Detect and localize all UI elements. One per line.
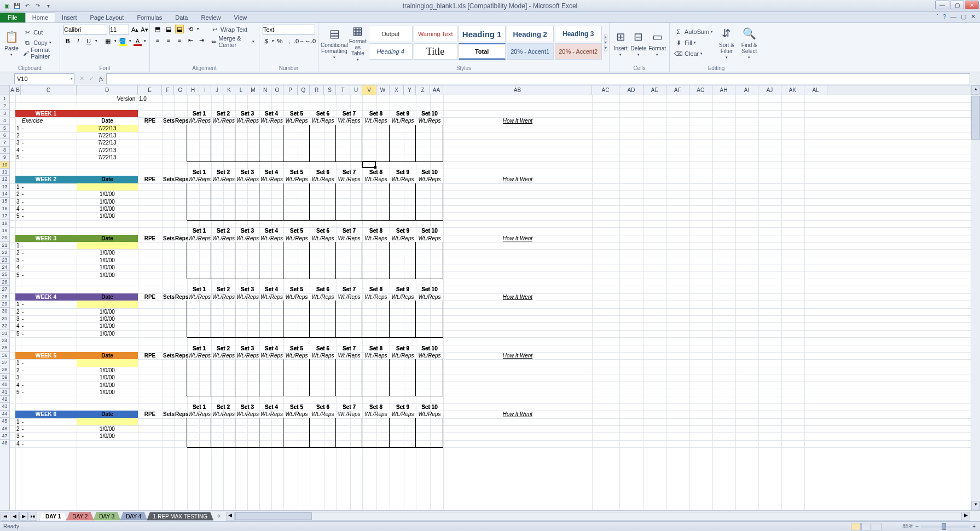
cell-C8[interactable]: - (21, 147, 77, 154)
cell-B24[interactable]: 4 (15, 264, 21, 271)
insert-cells-button[interactable]: ⊞Insert▾ (613, 25, 628, 61)
percent-icon[interactable]: % (276, 37, 283, 45)
tab-insert[interactable]: Insert (55, 13, 84, 22)
cell-N12[interactable]: Wt./Reps (259, 176, 283, 183)
row-header-9[interactable]: 9 (0, 154, 9, 161)
col-header-AE[interactable]: AE (643, 85, 666, 95)
cell-T43[interactable]: Set 7 (336, 403, 362, 411)
cell-AB12[interactable]: How It Went (443, 176, 592, 183)
cell-B5[interactable]: 1 (15, 125, 21, 132)
cell-AB44[interactable]: How It Went (443, 411, 592, 418)
cell-AB20[interactable]: How It Went (443, 235, 592, 242)
cell-B46[interactable]: 2 (15, 425, 21, 432)
cell-B20[interactable]: WEEK 3 (15, 235, 77, 242)
cell-C32[interactable]: - (21, 322, 77, 330)
cell-D33[interactable]: 1/0/00 (77, 330, 138, 337)
cell-D29[interactable] (77, 301, 138, 308)
col-header-O[interactable]: O (271, 85, 283, 95)
cell-X36[interactable]: Wt./Reps (390, 352, 416, 359)
row-header-33[interactable]: 33 (0, 330, 9, 337)
col-header-P[interactable]: P (283, 85, 298, 95)
view-page-break-button[interactable] (872, 523, 882, 530)
cell-P4[interactable]: Wt./Reps (283, 117, 310, 124)
row-header-14[interactable]: 14 (0, 191, 9, 198)
cell-D41[interactable]: 1/0/00 (77, 389, 138, 396)
cell-C17[interactable]: - (21, 212, 77, 220)
increase-indent-icon[interactable]: ⇥ (197, 36, 206, 44)
style-heading1[interactable]: Heading 1 (459, 26, 506, 42)
cell-C33[interactable]: - (21, 330, 77, 337)
cell-J35[interactable]: Set 2 (211, 345, 235, 352)
cell-C21[interactable]: - (21, 242, 77, 249)
cell-C7[interactable]: - (21, 139, 77, 146)
col-header-A[interactable]: A (10, 85, 15, 95)
scroll-up-icon[interactable]: ▴ (971, 85, 980, 95)
cell-E12[interactable]: RPE (138, 176, 162, 183)
cell-B44[interactable]: WEEK 6 (15, 411, 77, 418)
cell-F4[interactable]: Sets (162, 117, 174, 124)
cell-D48[interactable] (77, 440, 138, 447)
cell-D12[interactable]: Date (77, 176, 138, 183)
cell-N4[interactable]: Wt./Reps (259, 117, 283, 124)
tab-nav-first[interactable]: ⏮ (1, 512, 9, 521)
cell-H3[interactable]: Set 1 (187, 110, 211, 117)
cell-T12[interactable]: Wt./Reps (336, 176, 362, 183)
tab-home[interactable]: Home (25, 12, 55, 22)
cell-J44[interactable]: Wt./Reps (211, 411, 235, 418)
row-header-44[interactable]: 44 (0, 411, 9, 418)
conditional-formatting-button[interactable]: ▤Conditional Formatting▾ (322, 25, 347, 61)
row-header-4[interactable]: 4 (0, 117, 9, 124)
cell-C38[interactable]: - (21, 367, 77, 374)
row-header-48[interactable]: 48 (0, 440, 9, 447)
col-header-AF[interactable]: AF (666, 85, 689, 95)
cell-D21[interactable] (77, 242, 138, 249)
cell-P20[interactable]: Wt./Reps (283, 235, 310, 242)
cell-T4[interactable]: Wt./Reps (336, 117, 362, 124)
cell-J28[interactable]: Wt./Reps (211, 293, 235, 301)
row-header-27[interactable]: 27 (0, 286, 9, 293)
cell-D23[interactable]: 1/0/00 (77, 257, 138, 264)
cell-Z20[interactable]: Wt./Reps (416, 235, 443, 242)
cell-D13[interactable] (77, 183, 138, 191)
cell-V20[interactable]: Wt./Reps (362, 235, 390, 242)
zoom-out-button[interactable]: − (915, 523, 919, 529)
sheet-tab-day-3[interactable]: DAY 3 (93, 512, 120, 521)
fill-button[interactable]: ⬇Fill▾ (673, 38, 714, 48)
cell-D31[interactable]: 1/0/00 (77, 315, 138, 322)
scroll-left-icon[interactable]: ◀ (226, 512, 235, 521)
row-header-38[interactable]: 38 (0, 366, 9, 373)
cell-D14[interactable]: 1/0/00 (77, 191, 138, 198)
align-right-icon[interactable]: ≡ (175, 36, 184, 44)
cell-AB28[interactable]: How It Went (443, 293, 592, 301)
cell-AB4[interactable]: How It Went (443, 117, 592, 124)
currency-icon[interactable]: $ (263, 37, 270, 45)
wrap-text-button[interactable]: ↩Wrap Text (209, 25, 256, 34)
cell-T11[interactable]: Set 7 (336, 169, 362, 176)
cell-B28[interactable]: WEEK 4 (15, 293, 77, 301)
cell-L36[interactable]: Wt./Reps (235, 352, 259, 359)
col-header-H[interactable]: H (187, 85, 199, 95)
col-header-U[interactable]: U (350, 85, 362, 95)
row-header-46[interactable]: 46 (0, 425, 9, 432)
col-header-E[interactable]: E (138, 85, 162, 95)
cell-C48[interactable]: - (21, 440, 77, 447)
cell-R36[interactable]: Wt./Reps (310, 352, 336, 359)
cell-B37[interactable]: 1 (15, 359, 21, 366)
cell-X11[interactable]: Set 9 (390, 169, 416, 176)
cell-D44[interactable]: Date (77, 411, 138, 418)
format-painter-button[interactable]: 🖌Format Painter (22, 48, 56, 58)
cell-D6[interactable]: 7/22/13 (77, 132, 138, 139)
cell-L12[interactable]: Wt./Reps (235, 176, 259, 183)
cell-L19[interactable]: Set 3 (235, 227, 259, 234)
cell-D17[interactable]: 1/0/00 (77, 212, 138, 220)
tab-data[interactable]: Data (169, 13, 194, 22)
cell-V27[interactable]: Set 8 (362, 286, 390, 293)
cell-P12[interactable]: Wt./Reps (283, 176, 310, 183)
cell-V4[interactable]: Wt./Reps (362, 117, 390, 124)
cell-F36[interactable]: Sets (162, 352, 174, 359)
font-size-input[interactable] (109, 25, 129, 34)
cell-T36[interactable]: Wt./Reps (336, 352, 362, 359)
help-icon[interactable]: ? (943, 13, 946, 20)
cell-R4[interactable]: Wt./Reps (310, 117, 336, 124)
cell-D24[interactable]: 1/0/00 (77, 264, 138, 271)
